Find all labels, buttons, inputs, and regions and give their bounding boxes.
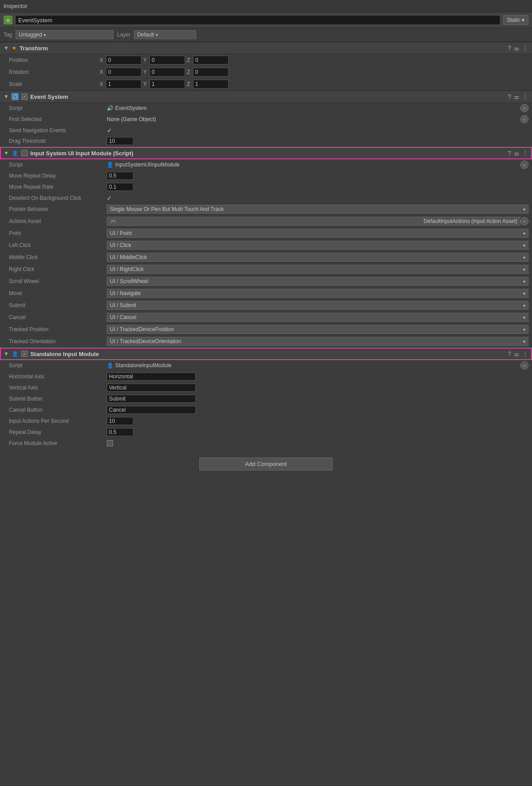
cancel-button-input[interactable] xyxy=(107,406,196,414)
event-system-checkbox[interactable] xyxy=(21,93,28,100)
position-x-field: X xyxy=(100,56,141,65)
input-module-icon: 👤 xyxy=(12,150,19,157)
rotation-x-input[interactable] xyxy=(106,68,141,77)
send-nav-checkbox[interactable]: ✓ xyxy=(107,127,112,134)
standalone-collapse-arrow[interactable]: ▼ xyxy=(4,351,9,357)
standalone-more-icon[interactable]: ⋮ xyxy=(522,351,528,357)
move-repeat-rate-label: Move Repeat Rate xyxy=(9,184,107,190)
position-label: Position xyxy=(9,57,98,63)
submit-dropdown[interactable]: UI / Submit ▾ xyxy=(107,301,528,310)
event-system-section-title: Event System xyxy=(30,93,505,100)
scroll-wheel-dropdown[interactable]: UI / ScrollWheel ▾ xyxy=(107,277,528,286)
input-module-checkbox[interactable] xyxy=(21,150,28,156)
transform-settings-icon[interactable]: ⚌ xyxy=(514,45,520,51)
event-system-help-icon[interactable]: ? xyxy=(508,93,511,100)
static-button[interactable]: Static ▾ xyxy=(503,15,528,25)
gameobject-header: ⊙ Static ▾ xyxy=(0,12,532,28)
pointer-behavior-chevron-icon: ▾ xyxy=(523,207,525,212)
force-module-checkbox[interactable] xyxy=(107,440,113,446)
drag-threshold-input[interactable] xyxy=(107,137,133,145)
right-click-label: Right Click xyxy=(9,266,107,272)
middle-click-value: UI / MiddleClick xyxy=(110,254,147,260)
tracked-position-dropdown[interactable]: UI / TrackedDevicePosition ▾ xyxy=(107,325,528,334)
move-repeat-delay-label: Move Repeat Delay xyxy=(9,173,107,179)
position-z-axis: Z xyxy=(187,57,192,63)
input-module-settings-icon[interactable]: ⚌ xyxy=(514,150,520,156)
scale-x-input[interactable] xyxy=(106,80,141,89)
panel-header: Inspector xyxy=(0,0,532,12)
force-module-row: Force Module Active xyxy=(0,438,532,449)
scale-y-axis: Y xyxy=(143,81,149,87)
transform-more-icon[interactable]: ⋮ xyxy=(522,45,528,51)
first-selected-target-btn[interactable]: ◎ xyxy=(520,115,528,123)
cancel-chevron-icon: ▾ xyxy=(523,315,525,320)
input-module-more-icon[interactable]: ⋮ xyxy=(522,150,528,156)
rotation-y-input[interactable] xyxy=(149,68,185,77)
position-y-input[interactable] xyxy=(149,56,185,65)
right-click-row: Right Click UI / RightClick ▾ xyxy=(0,263,532,276)
first-selected-value: None (Game Object) xyxy=(107,116,520,122)
input-module-collapse-arrow[interactable]: ▼ xyxy=(4,150,9,156)
standalone-settings-icon[interactable]: ⚌ xyxy=(514,351,520,357)
horizontal-axis-input[interactable] xyxy=(107,373,196,381)
transform-collapse-arrow[interactable]: ▼ xyxy=(4,45,9,51)
move-repeat-rate-row: Move Repeat Rate xyxy=(0,182,532,193)
event-system-settings-icon[interactable]: ⚌ xyxy=(514,93,520,100)
position-y-axis: Y xyxy=(143,57,149,63)
input-actions-input[interactable] xyxy=(107,417,133,425)
move-dropdown[interactable]: UI / Navigate ▾ xyxy=(107,289,528,298)
move-repeat-delay-row: Move Repeat Delay xyxy=(0,170,532,182)
transform-help-icon[interactable]: ? xyxy=(508,45,511,51)
move-repeat-rate-input[interactable] xyxy=(107,183,133,191)
first-selected-row: First Selected None (Game Object) ◎ xyxy=(0,114,532,125)
middle-click-chevron-icon: ▾ xyxy=(523,255,525,260)
event-system-script-label: Script xyxy=(9,105,107,111)
tracked-orientation-dropdown[interactable]: UI / TrackedDeviceOrientation ▾ xyxy=(107,337,528,346)
position-z-input[interactable] xyxy=(193,56,229,65)
pointer-behavior-label: Pointer Behavior xyxy=(9,206,107,212)
cancel-dropdown[interactable]: UI / Cancel ▾ xyxy=(107,313,528,322)
layer-chevron-icon: ▾ xyxy=(156,32,158,37)
middle-click-row: Middle Click UI / MiddleClick ▾ xyxy=(0,251,532,263)
submit-button-input[interactable] xyxy=(107,395,196,403)
panel-header-title: Inspector xyxy=(4,3,27,9)
rotation-z-input[interactable] xyxy=(193,68,229,77)
standalone-script-field: 👤 StandaloneInputModule xyxy=(107,362,520,369)
standalone-module-section-header: ▼ 👤 Standalone Input Module ? ⚌ ⋮ xyxy=(0,348,532,360)
standalone-script-row: Script 👤 StandaloneInputModule ◎ xyxy=(0,360,532,371)
event-system-script-target-btn[interactable]: ◎ xyxy=(520,104,528,112)
input-module-script-icon: 👤 xyxy=(107,162,113,168)
point-dropdown[interactable]: UI / Point ▾ xyxy=(107,229,528,238)
scroll-wheel-label: Scroll Wheel xyxy=(9,278,107,284)
standalone-script-icon: 👤 xyxy=(107,362,113,369)
input-module-help-icon[interactable]: ? xyxy=(508,150,511,156)
vertical-axis-input[interactable] xyxy=(107,384,196,392)
standalone-script-target-btn[interactable]: ◎ xyxy=(520,361,528,369)
middle-click-dropdown[interactable]: UI / MiddleClick ▾ xyxy=(107,253,528,262)
layer-dropdown[interactable]: Default ▾ xyxy=(134,30,196,39)
scale-z-input[interactable] xyxy=(193,80,229,89)
event-system-more-icon[interactable]: ⋮ xyxy=(522,93,528,100)
event-system-collapse-arrow[interactable]: ▼ xyxy=(4,93,9,100)
add-component-button[interactable]: Add Component xyxy=(199,458,333,470)
tag-dropdown[interactable]: Untagged ▾ xyxy=(16,30,113,39)
left-click-dropdown[interactable]: UI / Click ▾ xyxy=(107,241,528,250)
horizontal-axis-label: Horizontal Axis xyxy=(9,373,107,380)
standalone-help-icon[interactable]: ? xyxy=(508,351,511,357)
repeat-delay-input[interactable] xyxy=(107,428,133,436)
deselect-checkbox[interactable]: ✓ xyxy=(107,194,112,202)
scale-y-input[interactable] xyxy=(149,80,185,89)
pointer-behavior-row: Pointer Behavior Single Mouse Or Pen But… xyxy=(0,203,532,215)
tag-label: Tag xyxy=(4,32,12,38)
tracked-position-chevron-icon: ▾ xyxy=(523,327,525,332)
rotation-row: Rotation X Y Z xyxy=(0,66,532,78)
input-module-script-target-btn[interactable]: ◎ xyxy=(520,161,528,169)
right-click-dropdown[interactable]: UI / RightClick ▾ xyxy=(107,265,528,274)
pointer-behavior-dropdown[interactable]: Single Mouse Or Pen But Multi Touch And … xyxy=(107,205,528,214)
actions-asset-dropdown[interactable]: 🎮 DefaultInputActions (Input Action Asse… xyxy=(107,217,520,226)
gameobject-name-input[interactable] xyxy=(15,15,500,25)
standalone-checkbox[interactable] xyxy=(21,351,28,357)
position-x-input[interactable] xyxy=(106,56,141,65)
move-repeat-delay-input[interactable] xyxy=(107,172,133,180)
actions-asset-target-btn[interactable]: ◎ xyxy=(520,217,528,225)
